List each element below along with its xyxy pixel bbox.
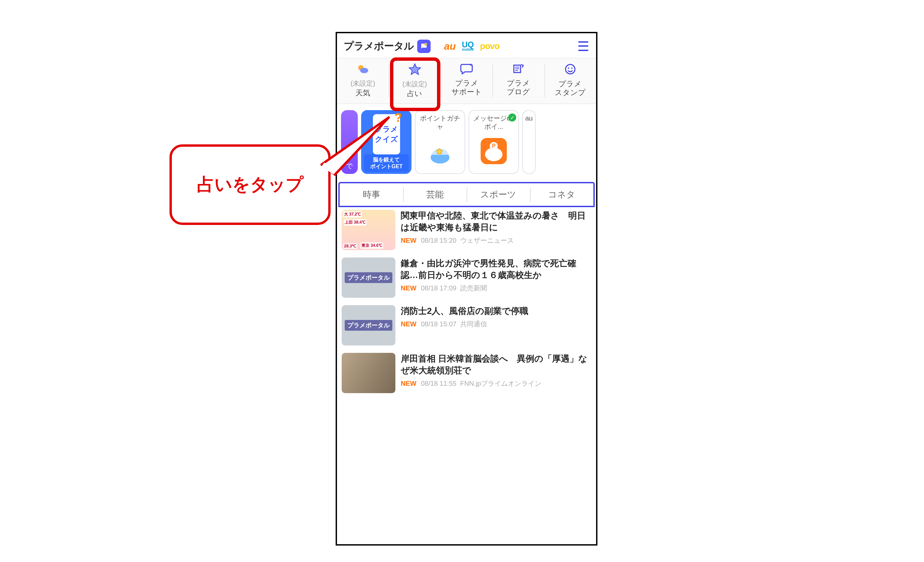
nav-stamp[interactable]: プラメ スタンプ: [544, 59, 596, 104]
news-item[interactable]: 大 37.2℃ 上田 38.4℃ 28.3℃ 東京 34.6℃ 関東甲信や北陸、…: [337, 207, 596, 255]
new-badge: NEW: [401, 380, 417, 387]
star-icon: [390, 63, 439, 78]
svg-point-7: [571, 68, 573, 69]
news-body: 関東甲信や北陸、東北で体温並みの暑さ 明日は近畿や東海も猛暑日に NEW 08/…: [401, 210, 591, 250]
promo-card-message[interactable]: ✓ メッセージdeポイ... P: [468, 110, 519, 174]
news-meta: NEW 08/18 15:07 共同通信: [401, 320, 591, 329]
callout-text: 占いをタップ: [197, 173, 303, 196]
news-source: ウェザーニュース: [460, 237, 514, 244]
news-tabs-container: 時事 芸能 スポーツ コネタ: [338, 182, 595, 207]
nav-weather[interactable]: (未設定) 天気: [337, 59, 388, 104]
news-body: 消防士2人、風俗店の副業で停職 NEW 08/18 15:07 共同通信: [401, 305, 591, 346]
news-item[interactable]: プラメポータル 消防士2人、風俗店の副業で停職 NEW 08/18 15:07 …: [337, 302, 596, 350]
nav-weather-sub: (未設定): [338, 79, 387, 88]
promo-card-au[interactable]: au: [522, 110, 536, 174]
svg-text:+: +: [425, 43, 426, 46]
app-title: プラメポータル: [344, 39, 414, 53]
nav-support-label: プラメ サポート: [442, 79, 491, 97]
check-badge-icon: ✓: [508, 113, 516, 122]
chat-plus-icon: +: [442, 63, 491, 78]
tab-sports[interactable]: スポーツ: [466, 183, 530, 206]
brand-uq-logo[interactable]: UQmobile: [462, 41, 474, 51]
news-title: 岸田首相 日米韓首脳会談へ 異例の「厚遇」なぜ米大統領別荘で: [401, 353, 591, 376]
promo-au-title: au: [525, 114, 532, 123]
weather-icon: [338, 63, 387, 78]
callout-bubble: 占いをタップ: [170, 144, 331, 225]
hamburger-menu-icon[interactable]: ☰: [577, 40, 590, 53]
nav-fortune-label: 占い: [390, 89, 439, 99]
news-meta: NEW 08/18 17:09 読売新聞: [401, 284, 591, 293]
svg-point-5: [566, 65, 575, 74]
promo-card-gacha[interactable]: ポイントガチャ: [415, 110, 465, 174]
nav-blog-label: プラメ ブログ: [494, 79, 543, 97]
nav-fortune-sub: (未設定): [390, 80, 439, 89]
promo-gacha-title: ポイントガチャ: [417, 114, 462, 131]
news-body: 鎌倉・由比ガ浜沖で男性発見、病院で死亡確認…前日から不明の１６歳高校生か NEW…: [401, 257, 591, 298]
brand-povo-logo[interactable]: povo: [480, 41, 500, 51]
news-meta: NEW 08/18 15:20 ウェザーニュース: [401, 236, 591, 245]
new-badge: NEW: [401, 284, 417, 292]
piggy-point-icon: P: [478, 136, 509, 168]
news-title: 関東甲信や北陸、東北で体温並みの暑さ 明日は近畿や東海も猛暑日に: [401, 210, 591, 233]
tab-current-affairs[interactable]: 時事: [340, 183, 403, 206]
app-header: プラメポータル + au UQmobile povo ☰: [337, 33, 596, 58]
svg-point-3: [360, 68, 368, 73]
blog-icon: [494, 63, 543, 78]
news-time: 08/18 11:55: [421, 380, 456, 387]
news-tabs: 時事 芸能 スポーツ コネタ: [340, 183, 593, 206]
app-logo-icon: +: [417, 40, 430, 53]
question-mark-icon: ?: [395, 111, 402, 125]
news-body: 岸田首相 日米韓首脳会談へ 異例の「厚遇」なぜ米大統領別荘で NEW 08/18…: [401, 353, 591, 393]
news-source: FNN.jpプライムオンライン: [460, 380, 542, 387]
news-time: 08/18 15:07: [421, 320, 456, 328]
news-thumb-photo: [342, 353, 395, 393]
nav-stamp-label: プラメ スタンプ: [546, 80, 595, 98]
svg-text:P: P: [492, 143, 496, 149]
news-thumb-weather-map: 大 37.2℃ 上田 38.4℃ 28.3℃ 東京 34.6℃: [342, 210, 395, 250]
news-time: 08/18 15:20: [421, 237, 456, 244]
new-badge: NEW: [401, 237, 417, 244]
nav-weather-label: 天気: [338, 88, 387, 98]
nav-support[interactable]: + プラメ サポート: [441, 59, 492, 104]
news-item[interactable]: 岸田首相 日米韓首脳会談へ 異例の「厚遇」なぜ米大統領別荘で NEW 08/18…: [337, 350, 596, 398]
news-list: 大 37.2℃ 上田 38.4℃ 28.3℃ 東京 34.6℃ 関東甲信や北陸、…: [337, 207, 596, 398]
nav-icons-row: (未設定) 天気 (未設定) 占い + プラメ サポート プラメ ブログ: [337, 58, 596, 104]
tab-koneta[interactable]: コネタ: [530, 183, 593, 206]
news-title: 消防士2人、風俗店の副業で停職: [401, 305, 591, 317]
gacha-capsule-icon: [427, 141, 453, 168]
smile-icon: [546, 63, 595, 78]
svg-point-6: [568, 68, 569, 69]
new-badge: NEW: [401, 320, 417, 328]
phone-frame: プラメポータル + au UQmobile povo ☰ (未設定) 天気 (未…: [336, 32, 597, 545]
svg-text:+: +: [470, 63, 472, 68]
news-source: 読売新聞: [460, 284, 487, 292]
news-time: 08/18 17:09: [421, 284, 456, 292]
news-title: 鎌倉・由比ガ浜沖で男性発見、病院で死亡確認…前日から不明の１６歳高校生か: [401, 257, 591, 281]
nav-blog[interactable]: プラメ ブログ: [492, 59, 544, 104]
news-meta: NEW 08/18 11:55 FNN.jpプライムオンライン: [401, 379, 591, 388]
brand-logos: au UQmobile povo: [444, 41, 500, 52]
news-item[interactable]: プラメポータル 鎌倉・由比ガ浜沖で男性発見、病院で死亡確認…前日から不明の１６歳…: [337, 255, 596, 302]
news-source: 共同通信: [460, 320, 487, 328]
news-thumb-city: プラメポータル: [342, 305, 395, 346]
tab-entertainment[interactable]: 芸能: [403, 183, 466, 206]
news-thumb-city: プラメポータル: [342, 257, 395, 298]
brand-au-logo[interactable]: au: [444, 41, 456, 52]
nav-fortune[interactable]: (未設定) 占い: [388, 59, 440, 104]
